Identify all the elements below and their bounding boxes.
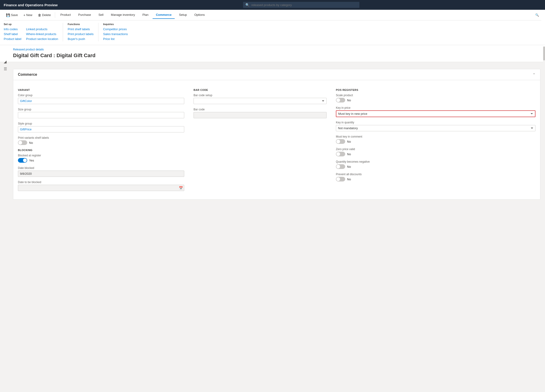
breadcrumb[interactable]: Released product details <box>13 48 540 51</box>
save-icon: 💾 <box>6 13 10 17</box>
search-input[interactable] <box>251 3 357 7</box>
blocked-at-register-toggle-row: Yes <box>18 158 184 163</box>
menu-item-product-section[interactable]: Product section location <box>26 37 58 41</box>
size-group-input[interactable] <box>18 112 184 118</box>
must-key-in-comment-value: No <box>347 140 351 143</box>
barcode-column: BAR CODE Bar code setup Bar code <box>193 85 327 195</box>
menu-item-competitor-prices[interactable]: Competitor prices <box>103 27 128 31</box>
menu-item-info-codes[interactable]: Info codes <box>4 27 21 31</box>
tab-options[interactable]: Options <box>191 11 208 19</box>
menu-item-linked-products[interactable]: Linked products <box>26 27 58 31</box>
breadcrumb-area: Released product details Digital Gift Ca… <box>0 45 545 62</box>
menu-item-price-list[interactable]: Price list <box>103 37 128 41</box>
color-group-field: Color group <box>18 94 184 104</box>
date-blocked-input[interactable] <box>18 171 184 177</box>
date-blocked-label: Date blocked <box>18 166 184 170</box>
setup2-group-title <box>26 23 58 25</box>
scale-product-toggle[interactable] <box>336 98 345 103</box>
blocked-at-register-label: Blocked at register <box>18 154 184 157</box>
color-group-input[interactable] <box>18 98 184 104</box>
prevent-discounts-value: No <box>347 178 351 181</box>
menu-item-where-linked[interactable]: Where-linked products <box>26 32 58 36</box>
must-key-in-comment-toggle-row: No <box>336 139 535 144</box>
quantity-negative-toggle[interactable] <box>336 164 345 169</box>
prevent-discounts-slider <box>336 177 345 181</box>
style-group-field: Style group <box>18 122 184 133</box>
scale-product-toggle-row: No <box>336 98 535 103</box>
tab-setup[interactable]: Setup <box>176 11 190 19</box>
delete-button[interactable]: 🗑 Delete <box>36 12 53 18</box>
tab-commerce[interactable]: Commerce <box>153 11 175 19</box>
tab-purchase[interactable]: Purchase <box>75 11 94 19</box>
new-icon: + <box>24 13 25 17</box>
print-variants-label: Print variants shelf labels <box>18 136 184 139</box>
scale-product-slider <box>336 98 345 103</box>
zero-price-valid-toggle[interactable] <box>336 152 345 156</box>
barcode-setup-wrapper <box>193 98 327 104</box>
print-variants-field: Print variants shelf labels No <box>18 136 184 145</box>
menu-item-print-product[interactable]: Print product labels <box>68 32 93 36</box>
tab-product[interactable]: Product <box>57 11 74 19</box>
key-in-price-field: Key in price Must key in new price Not m… <box>336 106 535 117</box>
scale-product-field: Scale product No <box>336 94 535 103</box>
menu-groups: Set up Info codes Shelf label Product la… <box>4 23 128 42</box>
content-area: Commerce ⌃ VARIANT Color group Size grou… <box>0 62 545 204</box>
must-key-in-comment-label: Must key in comment <box>336 135 535 138</box>
size-group-field: Size group <box>18 108 184 118</box>
ribbon-search-button[interactable]: 🔍 <box>533 12 541 18</box>
print-variants-toggle-row: No <box>18 140 184 145</box>
menu-item-sales-transactions[interactable]: Sales transactions <box>103 32 128 36</box>
date-to-be-blocked-input[interactable] <box>18 185 184 191</box>
search-bar[interactable]: 🔍 <box>243 2 359 8</box>
blocked-at-register-field: Blocked at register Yes <box>18 154 184 163</box>
menu-group-inquiries: Inquiries Competitor prices Sales transa… <box>103 23 128 42</box>
menu-group-functions: Functions Print shelf labels Print produ… <box>68 23 93 42</box>
zero-price-valid-value: No <box>347 152 351 156</box>
scroll-thumb[interactable] <box>543 47 545 60</box>
key-in-quantity-field: Key in quantity Not mandatory Must key i… <box>336 121 535 131</box>
search-icon: 🔍 <box>245 3 249 7</box>
barcode-setup-select[interactable] <box>193 98 327 104</box>
key-in-price-select[interactable]: Must key in new price Not mandatory Must… <box>336 110 535 117</box>
style-group-input[interactable] <box>18 126 184 133</box>
inquiries-group-title: Inquiries <box>103 23 128 25</box>
menu-item-product-label[interactable]: Product label <box>4 37 21 41</box>
tab-sell[interactable]: Sell <box>95 11 107 19</box>
menu-item-print-shelf[interactable]: Print shelf labels <box>68 27 93 31</box>
date-to-be-blocked-field: Date to be blocked 📅 <box>18 181 184 191</box>
blocked-at-register-value: Yes <box>29 159 34 162</box>
menu-divider-1 <box>63 23 63 41</box>
ribbon-separator <box>55 12 55 18</box>
page-title: Digital Gift Card : Digital Gift Card <box>13 51 540 62</box>
key-in-quantity-select[interactable]: Not mandatory Must key in quantity <box>336 125 535 131</box>
collapse-icon[interactable]: ⌃ <box>533 73 535 76</box>
must-key-in-comment-slider <box>336 139 345 144</box>
filter-icon[interactable]: ◢ <box>4 60 7 64</box>
calendar-icon[interactable]: 📅 <box>179 186 183 190</box>
menu-item-buyers-push[interactable]: Buyer's push <box>68 37 93 41</box>
blocked-at-register-toggle[interactable] <box>18 158 27 163</box>
size-group-label: Size group <box>18 108 184 111</box>
section-header: Commerce ⌃ <box>13 69 540 80</box>
setup-group-title: Set up <box>4 23 21 25</box>
barcode-input[interactable] <box>193 112 327 118</box>
date-to-be-blocked-label: Date to be blocked <box>18 181 184 184</box>
quantity-negative-label: Quantity becomes negative <box>336 160 535 163</box>
functions-group-title: Functions <box>68 23 93 25</box>
zero-price-valid-slider <box>336 152 345 156</box>
menu-item-shelf-label[interactable]: Shelf label <box>4 32 21 36</box>
barcode-heading: BAR CODE <box>193 89 327 91</box>
key-in-quantity-label: Key in quantity <box>336 121 535 124</box>
menu-icon[interactable]: ☰ <box>4 67 7 71</box>
new-button[interactable]: + New <box>21 12 35 18</box>
top-bar: Finance and Operations Preview 🔍 <box>0 0 545 10</box>
tab-plan[interactable]: Plan <box>139 11 152 19</box>
tab-manage-inventory[interactable]: Manage inventory <box>108 11 138 19</box>
must-key-in-comment-toggle[interactable] <box>336 139 345 144</box>
print-variants-toggle[interactable] <box>18 140 27 145</box>
prevent-discounts-toggle[interactable] <box>336 177 345 181</box>
barcode-label: Bar code <box>193 108 327 111</box>
print-variants-slider <box>18 140 27 145</box>
scale-product-value: No <box>347 98 351 102</box>
save-button[interactable]: 💾 Save <box>4 12 20 18</box>
